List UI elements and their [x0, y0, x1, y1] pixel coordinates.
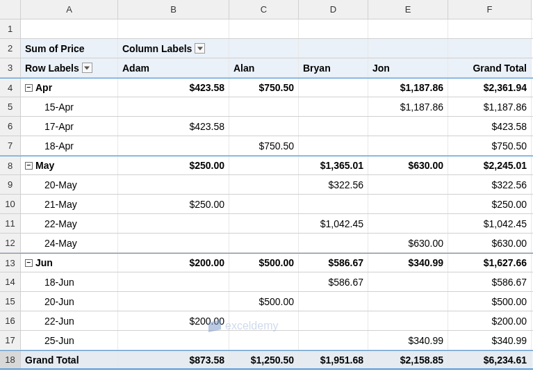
item-label-cell[interactable]: 21-May	[21, 195, 118, 213]
item-label-cell[interactable]: 15-Apr	[21, 97, 118, 116]
value-cell[interactable]: $500.00	[229, 254, 299, 272]
value-cell[interactable]	[118, 175, 229, 194]
row-header[interactable]: 14	[0, 272, 21, 291]
value-cell[interactable]: $200.00	[448, 311, 532, 330]
value-cell[interactable]	[229, 234, 299, 252]
value-cell[interactable]	[368, 272, 448, 291]
value-cell[interactable]	[299, 311, 368, 330]
row-header[interactable]: 15	[0, 292, 21, 311]
row-header[interactable]: 10	[0, 195, 21, 213]
cell[interactable]	[368, 19, 448, 38]
value-cell[interactable]: $1,365.01	[299, 156, 368, 174]
value-cell[interactable]: $630.00	[448, 234, 532, 252]
value-cell[interactable]	[229, 272, 299, 291]
value-cell[interactable]	[229, 97, 299, 116]
row-header[interactable]: 18	[0, 351, 21, 368]
value-cell[interactable]	[118, 214, 229, 233]
value-cell[interactable]: $1,042.45	[448, 214, 532, 233]
cell[interactable]	[368, 39, 448, 58]
value-cell[interactable]: $250.00	[118, 156, 229, 174]
value-cell[interactable]: $500.00	[448, 292, 532, 311]
value-cell[interactable]: $586.67	[299, 254, 368, 272]
value-cell[interactable]	[118, 234, 229, 252]
value-cell[interactable]: $500.00	[229, 292, 299, 311]
value-cell[interactable]: $586.67	[448, 272, 532, 291]
value-cell[interactable]: $200.00	[118, 311, 229, 330]
value-cell[interactable]: $586.67	[299, 272, 368, 291]
value-cell[interactable]: $322.56	[448, 175, 532, 194]
value-cell[interactable]: $250.00	[448, 195, 532, 213]
value-cell[interactable]	[368, 136, 448, 155]
cell[interactable]	[229, 19, 299, 38]
col-name-adam[interactable]: Adam	[118, 58, 229, 77]
col-name-bryan[interactable]: Bryan	[299, 58, 368, 77]
row-header[interactable]: 17	[0, 331, 21, 350]
row-header[interactable]: 2	[0, 39, 21, 58]
value-cell[interactable]: $750.50	[448, 136, 532, 155]
value-cell[interactable]: $1,187.86	[368, 97, 448, 116]
item-label-cell[interactable]: 20-Jun	[21, 292, 118, 311]
value-cell[interactable]	[299, 234, 368, 252]
value-cell[interactable]	[229, 117, 299, 136]
value-cell[interactable]	[229, 331, 299, 350]
value-cell[interactable]: $1,187.86	[448, 97, 532, 116]
col-name-alan[interactable]: Alan	[229, 58, 299, 77]
value-cell[interactable]	[368, 214, 448, 233]
row-header[interactable]: 1	[0, 19, 21, 38]
row-header[interactable]: 7	[0, 136, 21, 155]
item-label-cell[interactable]: 18-Apr	[21, 136, 118, 155]
item-label-cell[interactable]: 22-Jun	[21, 311, 118, 330]
col-name-jon[interactable]: Jon	[368, 58, 448, 77]
group-label-cell[interactable]: −Apr	[21, 79, 118, 97]
collapse-button[interactable]: −	[25, 259, 33, 267]
collapse-button[interactable]: −	[25, 84, 33, 92]
cell[interactable]	[299, 39, 368, 58]
row-header[interactable]: 6	[0, 117, 21, 136]
grand-total-val[interactable]: $1,250.50	[229, 351, 299, 368]
row-header[interactable]: 5	[0, 97, 21, 116]
value-cell[interactable]	[118, 97, 229, 116]
value-cell[interactable]	[299, 136, 368, 155]
group-label-cell[interactable]: −Jun	[21, 254, 118, 272]
grand-total-val[interactable]: $1,951.68	[299, 351, 368, 368]
value-cell[interactable]: $340.99	[448, 331, 532, 350]
row-header[interactable]: 16	[0, 311, 21, 330]
value-cell[interactable]: $2,361.94	[448, 79, 532, 97]
value-cell[interactable]	[299, 292, 368, 311]
row-header[interactable]: 9	[0, 175, 21, 194]
row-labels-filter-button[interactable]	[82, 63, 92, 73]
item-label-cell[interactable]: 22-May	[21, 214, 118, 233]
value-cell[interactable]	[229, 311, 299, 330]
value-cell[interactable]: $250.00	[118, 195, 229, 213]
column-labels-cell[interactable]: Column Labels	[118, 39, 229, 58]
row-header[interactable]: 8	[0, 156, 21, 174]
column-labels-filter-button[interactable]	[195, 43, 205, 54]
row-labels-cell[interactable]: Row Labels	[21, 58, 118, 77]
row-header[interactable]: 12	[0, 234, 21, 252]
row-header[interactable]: 13	[0, 254, 21, 272]
value-cell[interactable]: $1,042.45	[299, 214, 368, 233]
value-cell[interactable]: $340.99	[368, 254, 448, 272]
value-cell[interactable]: $423.58	[118, 79, 229, 97]
value-cell[interactable]	[368, 117, 448, 136]
value-cell[interactable]	[368, 195, 448, 213]
cell[interactable]	[448, 19, 532, 38]
item-label-cell[interactable]: 18-Jun	[21, 272, 118, 291]
cell[interactable]	[299, 19, 368, 38]
cell[interactable]	[448, 39, 532, 58]
grand-total-label[interactable]: Grand Total	[21, 351, 118, 368]
value-cell[interactable]: $340.99	[368, 331, 448, 350]
value-cell[interactable]: $1,627.66	[448, 254, 532, 272]
col-header-E[interactable]: E	[368, 0, 448, 19]
cell[interactable]	[21, 19, 118, 38]
collapse-button[interactable]: −	[25, 162, 33, 170]
select-all-corner[interactable]	[0, 0, 21, 19]
value-cell[interactable]	[229, 214, 299, 233]
value-cell[interactable]	[229, 175, 299, 194]
value-cell[interactable]	[368, 311, 448, 330]
value-cell[interactable]	[299, 117, 368, 136]
item-label-cell[interactable]: 20-May	[21, 175, 118, 194]
value-cell[interactable]: $423.58	[448, 117, 532, 136]
value-cell[interactable]	[299, 79, 368, 97]
value-cell[interactable]	[118, 272, 229, 291]
